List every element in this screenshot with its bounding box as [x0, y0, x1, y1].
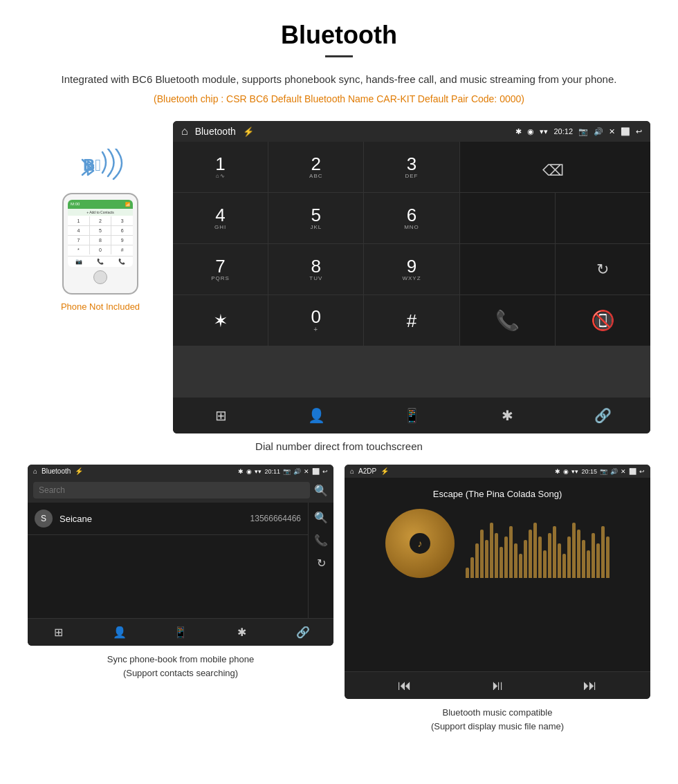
music-caption: Bluetooth music compatible (Support disp… — [345, 706, 650, 733]
car-screen-title: Bluetooth — [195, 126, 236, 137]
phone-key-hash[interactable]: # — [111, 245, 133, 254]
prev-track-button[interactable]: ⏮ — [398, 678, 412, 693]
key-8[interactable]: 8 TUV — [268, 244, 363, 295]
home-icon[interactable]: ⌂ — [181, 125, 188, 138]
phone-body: M:00 📶 + Add to Contacts 1 2 3 4 5 6 7 — [62, 193, 138, 295]
eq-bar — [558, 543, 561, 578]
pb-title: Bluetooth — [42, 467, 71, 475]
page-container: Bluetooth Integrated with BC6 Bluetooth … — [0, 0, 678, 770]
volume-icon: 🔊 — [594, 127, 603, 136]
call-cell[interactable]: 📞 — [460, 295, 555, 346]
pb-nav-bt[interactable]: ✱ — [211, 619, 272, 646]
pb-side-sync-icon[interactable]: ↻ — [317, 557, 326, 570]
nav-bluetooth[interactable]: ✱ — [459, 398, 555, 433]
music-note-icon: ♪ — [418, 538, 423, 549]
phonebook-list: S Seicane 13566664466 — [28, 503, 308, 618]
eq-bar — [553, 526, 556, 578]
phone-home-button[interactable] — [93, 270, 107, 284]
pb-back-icon[interactable]: ↩ — [322, 468, 328, 475]
key-5[interactable]: 5 JKL — [268, 193, 363, 243]
phone-key-5[interactable]: 5 — [90, 226, 111, 235]
nav-dialpad[interactable]: ⊞ — [173, 398, 268, 433]
play-pause-button[interactable]: ⏯ — [491, 678, 504, 693]
pb-nav-phone[interactable]: 📱 — [150, 619, 211, 646]
key-4[interactable]: 4 GHI — [173, 193, 268, 243]
page-title: Bluetooth — [28, 21, 650, 50]
music-usb-icon: ⚡ — [381, 467, 389, 475]
eq-bar — [596, 543, 600, 578]
music-screen: ⌂ A2DP ⚡ ✱ ◉ ▾▾ 20:15 📷 🔊 ✕ ⬜ ↩ — [345, 465, 650, 699]
pb-nav-contacts[interactable]: 👤 — [89, 619, 149, 646]
phone-key-0[interactable]: 0 — [90, 245, 111, 254]
music-cam-icon: 📷 — [600, 468, 607, 475]
nav-call-log[interactable]: 📱 — [364, 398, 459, 433]
phonebook-search-input[interactable] — [33, 482, 310, 498]
phone-bottom-bar: 📷 📞 📞 — [68, 256, 133, 267]
end-call-cell[interactable]: 📵 — [556, 295, 650, 346]
pb-nav-dialpad[interactable]: ⊞ — [28, 619, 89, 646]
pb-vol-icon: 🔊 — [293, 468, 301, 475]
music-back-icon[interactable]: ↩ — [639, 468, 645, 475]
phone-not-included-label: Phone Not Included — [61, 301, 140, 312]
contact-number: 13566664466 — [250, 514, 301, 523]
phone-key-2[interactable]: 2 — [90, 216, 111, 225]
pb-loc-icon: ◉ — [246, 468, 252, 475]
search-icon[interactable]: 🔍 — [314, 484, 328, 497]
display-area: ⌫ — [460, 142, 650, 192]
pb-side-call-icon[interactable]: 📞 — [314, 534, 328, 547]
key-star[interactable]: ✶ — [173, 295, 268, 346]
eq-bar — [524, 540, 527, 578]
next-track-button[interactable]: ⏭ — [583, 678, 597, 693]
phonebook-side-icons: 🔍 📞 ↻ — [308, 503, 333, 618]
time-display: 20:12 — [553, 127, 573, 136]
key-0[interactable]: 0 + — [268, 295, 363, 346]
phone-call-icon: 📞 — [97, 259, 104, 265]
eq-bar — [519, 554, 522, 578]
phone-mock: B⃝ M:00 — [62, 149, 138, 295]
backspace-icon[interactable]: ⌫ — [542, 162, 564, 180]
nav-contacts[interactable]: 👤 — [268, 398, 364, 433]
eq-bar — [606, 536, 610, 578]
phonebook-statusbar: ⌂ Bluetooth ⚡ ✱ ◉ ▾▾ 20:11 📷 🔊 ✕ ⬜ ↩ — [28, 465, 333, 478]
phone-key-9[interactable]: 9 — [111, 236, 133, 245]
key-9[interactable]: 9 WXYZ — [364, 244, 459, 295]
eq-bar — [587, 550, 590, 578]
phone-key-star[interactable]: * — [68, 245, 89, 254]
phonebook-screen: ⌂ Bluetooth ⚡ ✱ ◉ ▾▾ 20:11 📷 🔊 ✕ ⬜ ↩ — [28, 465, 333, 646]
nav-settings[interactable]: 🔗 — [555, 398, 650, 433]
contact-row[interactable]: S Seicane 13566664466 — [28, 503, 308, 535]
back-icon[interactable]: ↩ — [636, 127, 642, 136]
phone-key-8[interactable]: 8 — [90, 236, 111, 245]
eq-bar — [475, 543, 479, 578]
pb-home-icon[interactable]: ⌂ — [33, 467, 37, 475]
bottom-screenshots-row: ⌂ Bluetooth ⚡ ✱ ◉ ▾▾ 20:11 📷 🔊 ✕ ⬜ ↩ — [28, 465, 650, 733]
eq-bar — [572, 523, 576, 578]
key-6[interactable]: 6 MNO — [364, 193, 459, 243]
key-1[interactable]: 1 ⌂∿ — [173, 142, 268, 192]
phone-key-4[interactable]: 4 — [68, 226, 89, 235]
empty-cell-1 — [460, 193, 555, 243]
end-call-button[interactable]: 📵 — [591, 309, 615, 332]
phone-key-3[interactable]: 3 — [111, 216, 133, 225]
main-caption: Dial number direct from touchscreen — [28, 440, 650, 452]
car-statusbar: ⌂ Bluetooth ⚡ ✱ ◉ ▾▾ 20:12 📷 🔊 ✕ ⬜ ↩ — [173, 121, 650, 142]
redial-cell[interactable]: ↻ — [556, 244, 650, 295]
key-hash[interactable]: # — [364, 295, 459, 346]
phonebook-sb-left: ⌂ Bluetooth ⚡ — [33, 467, 83, 475]
eq-bar — [529, 530, 532, 578]
phone-key-1[interactable]: 1 — [68, 216, 89, 225]
pb-nav-link[interactable]: 🔗 — [273, 619, 333, 646]
pb-side-search-icon[interactable]: 🔍 — [314, 511, 328, 524]
key-2[interactable]: 2 ABC — [268, 142, 363, 192]
music-screen-body: Escape (The Pina Colada Song) ♪ — [345, 478, 650, 671]
key-7[interactable]: 7 PQRS — [173, 244, 268, 295]
call-button[interactable]: 📞 — [495, 309, 520, 332]
key-3[interactable]: 3 DEF — [364, 142, 459, 192]
eq-bar — [509, 526, 513, 578]
title-divider — [325, 55, 353, 57]
phone-key-7[interactable]: 7 — [68, 236, 89, 245]
music-close-icon: ✕ — [621, 468, 626, 475]
music-home-icon[interactable]: ⌂ — [350, 467, 354, 475]
phone-key-6[interactable]: 6 — [111, 226, 133, 235]
music-equalizer — [466, 509, 610, 578]
